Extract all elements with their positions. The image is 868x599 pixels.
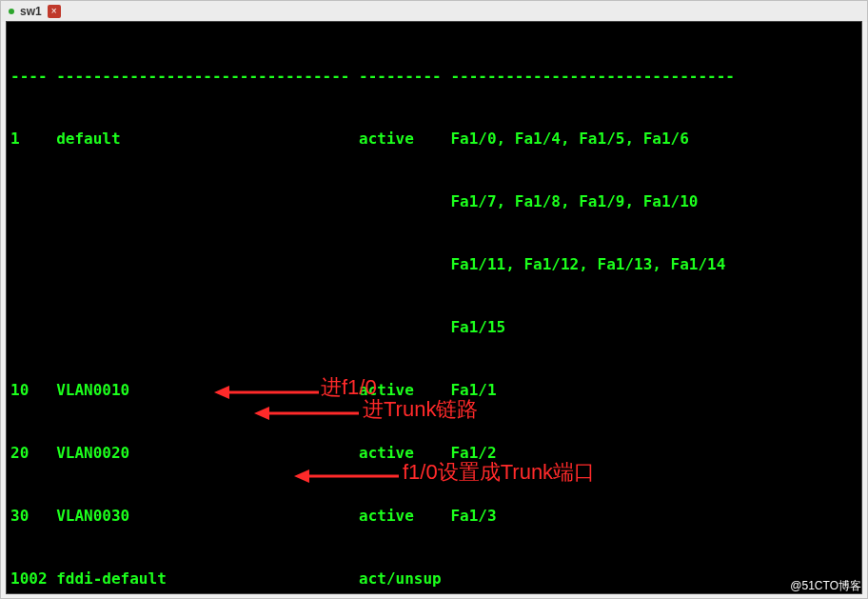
status-dot-icon <box>9 9 14 14</box>
annotation-text: 进Trunk链路 <box>363 399 478 420</box>
tab-title[interactable]: sw1 <box>20 1 42 22</box>
terminal-line: 30 VLAN0030 active Fa1/3 <box>10 506 858 527</box>
arrow-icon <box>254 403 359 424</box>
tab-bar: sw1 × <box>1 1 867 22</box>
terminal-line: 1002 fddi-default act/unsup <box>10 569 858 589</box>
terminal-line: Fa1/11, Fa1/12, Fa1/13, Fa1/14 <box>10 254 858 275</box>
terminal[interactable]: ---- -------------------------------- --… <box>7 22 861 593</box>
terminal-line: 20 VLAN0020 active Fa1/2 <box>10 443 858 464</box>
svg-marker-3 <box>254 407 269 420</box>
terminal-line: Fa1/15 <box>10 317 858 338</box>
arrow-icon <box>294 466 399 487</box>
terminal-line: Fa1/7, Fa1/8, Fa1/9, Fa1/10 <box>10 191 858 212</box>
annotation-text: f1/0设置成Trunk端口 <box>403 462 595 483</box>
window: sw1 × ---- -----------------------------… <box>0 0 868 599</box>
close-icon[interactable]: × <box>48 5 61 18</box>
terminal-line: ---- -------------------------------- --… <box>10 66 858 87</box>
svg-marker-5 <box>294 469 309 483</box>
terminal-line: 10 VLAN0010 active Fa1/1 <box>10 380 858 401</box>
watermark-text: @51CTO博客 <box>790 578 861 594</box>
terminal-line: 1 default active Fa1/0, Fa1/4, Fa1/5, Fa… <box>10 129 858 150</box>
